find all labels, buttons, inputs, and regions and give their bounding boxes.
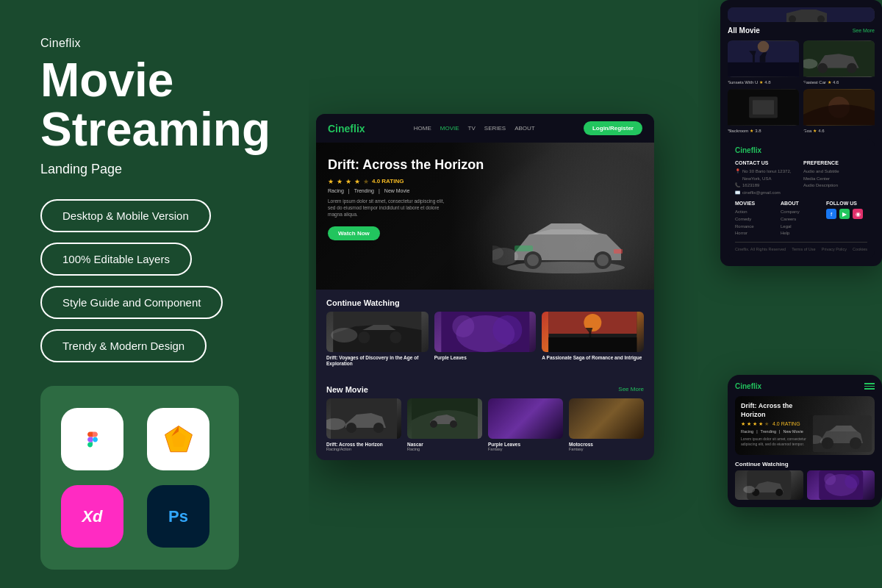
movie-2-name: Fastest Car [803, 80, 826, 85]
thumb-img-2 [434, 312, 537, 352]
privacy[interactable]: Privacy Policy [822, 247, 847, 251]
ps-label: Ps [168, 507, 188, 526]
movies-action: Action [735, 209, 776, 216]
star-2: ★ [337, 178, 343, 185]
about-company: Company [781, 209, 822, 216]
facebook-icon[interactable]: f [826, 209, 836, 219]
mobile-continue-title: Continue Watching [735, 461, 789, 467]
login-button[interactable]: Login/Register [584, 121, 642, 135]
hamburger-icon[interactable] [864, 383, 875, 390]
new-thumb-1: Drift: Across the Horizon Racing/Action [326, 398, 401, 451]
hero-content: Drift: Across the Horizon ★ ★ ★ ★ ★ 4.0 … [328, 157, 484, 240]
mobile-nav: Cineflix [735, 382, 875, 390]
movie-2-star: ★ [828, 79, 831, 85]
svg-point-27 [373, 423, 384, 433]
hero-car-graphic [492, 209, 639, 275]
new-thumb-genre-2: Racing [407, 447, 482, 451]
follow-title: FOLLOW US [826, 201, 867, 206]
feature-btn-1[interactable]: Desktop & Mobile Version [40, 199, 211, 232]
svg-point-50 [850, 437, 861, 449]
nav-tv[interactable]: TV [468, 125, 476, 132]
movie-grid: Sunsets With U ★ 4.8 Fastest Car [728, 40, 875, 133]
copyright: Cineflix. All Rights Reserved [735, 247, 786, 251]
new-thumb-genre-1: Racing/Action [326, 447, 401, 451]
contact-address: 📍 No 30 Bario lonut 12372, NewYork, USA [735, 168, 799, 182]
watch-now-button[interactable]: Watch Now [328, 226, 380, 240]
all-movie-mockup: All Movie See More Sunsets With [720, 0, 882, 266]
terms[interactable]: Terms of Use [792, 247, 815, 251]
svg-point-59 [845, 474, 859, 489]
new-thumb-title-4: Motocross [569, 442, 644, 447]
movie-2-info: Fastest Car ★ 4.6 [803, 79, 875, 85]
star-4: ★ [354, 178, 360, 185]
svg-point-15 [358, 331, 370, 343]
about-title: ABOUT [781, 201, 822, 206]
thumb-title-1: Drift: Voyages of Discovery in the Age o… [326, 355, 429, 368]
nav-series[interactable]: SERIES [484, 125, 506, 132]
movie-card-2: Fastest Car ★ 4.6 [803, 40, 875, 85]
svg-point-30 [430, 420, 437, 428]
footer-mockup: Cineflix CONTACT US 📍 No 30 Bario lonut … [728, 139, 875, 259]
m-star-1: ★ [741, 421, 745, 427]
mobile-mockup: Cineflix Drift: Across the Horizon ★ ★ ★… [728, 375, 882, 507]
pref-item-1: Audio and Subtitle [803, 168, 867, 176]
movie-1-info: Sunsets With U ★ 4.8 [728, 79, 799, 85]
all-movie-header: All Movie See More [728, 26, 875, 35]
thumb-card-1: Drift: Voyages of Discovery in the Age o… [326, 312, 429, 368]
movie-1-name: Sunsets With U [728, 80, 758, 85]
new-thumb-title-3: Purple Leaves [488, 442, 563, 447]
movie-3-info: Blackroom ★ 3.8 [728, 128, 799, 133]
continue-watching-header: Continue Watching [316, 290, 654, 312]
browser-mockup: Cineflix HOME MOVIE TV SERIES ABOUT Logi… [316, 114, 654, 460]
mobile-hero: Drift: Across the Horizon ★ ★ ★ ★ ★ 4.0 … [735, 396, 875, 455]
thumb-title-2: Purple Leaves [434, 355, 537, 361]
cookies[interactable]: Cookies [853, 247, 867, 251]
new-thumb-title-2: Nascar [407, 442, 482, 447]
footer-about: ABOUT Company Careers Legal Help [781, 201, 822, 237]
youtube-icon[interactable]: ▶ [839, 209, 850, 219]
feature-btn-3[interactable]: Style Guide and Component [40, 286, 223, 319]
feature-btn-2[interactable]: 100% Editable Layers [40, 243, 192, 276]
ham-line-3 [864, 388, 875, 390]
main-headline: Movie Streaming [40, 56, 268, 154]
feature-btn-4[interactable]: Trendy & Modern Design [40, 329, 207, 362]
continue-watching-title: Continue Watching [326, 298, 400, 307]
thumb-card-2: Purple Leaves [434, 312, 537, 368]
m-star-2: ★ [747, 421, 751, 427]
svg-rect-36 [728, 62, 799, 76]
new-movie-see-more[interactable]: See More [618, 386, 644, 392]
movies-title: MOVIES [735, 201, 776, 206]
instagram-icon[interactable]: ◉ [853, 209, 863, 219]
nav-about[interactable]: ABOUT [514, 125, 535, 132]
subtitle: Landing Page [40, 162, 268, 177]
all-movie-see-more[interactable]: See More [853, 28, 875, 33]
movie-thumb-2 [803, 40, 875, 77]
footer-bottom: Cineflix. All Rights Reserved Terms of U… [735, 242, 867, 251]
xd-label: Xd [82, 507, 102, 526]
hero-desc: Lorem ipsum dolor sit amet, consectetur … [328, 198, 445, 218]
headline-line2: Streaming [40, 103, 270, 156]
hero-tag-3: New Movie [384, 188, 410, 193]
ham-line-1 [864, 383, 875, 384]
movie-thumb-3 [728, 89, 799, 126]
thumb-title-3: A Passionate Saga of Romance and Intrigu… [542, 355, 644, 361]
nav-movie[interactable]: MOVIE [440, 125, 459, 132]
svg-point-58 [824, 473, 836, 485]
svg-point-37 [758, 41, 770, 53]
nav-home[interactable]: HOME [414, 125, 431, 132]
pref-item-2: Media Center [803, 176, 867, 183]
mobile-logo: Cineflix [735, 382, 761, 390]
new-thumb-title-1: Drift: Across the Horizon [326, 442, 401, 447]
hero-section: Drift: Across the Horizon ★ ★ ★ ★ ★ 4.0 … [316, 143, 654, 290]
nav-links: HOME MOVIE TV SERIES ABOUT [414, 125, 535, 132]
svg-point-16 [390, 331, 401, 343]
figma-tool-icon [61, 408, 123, 470]
movie-4-star: ★ [813, 128, 817, 133]
svg-point-49 [822, 437, 833, 449]
new-movie-title: New Movie [326, 385, 368, 394]
movies-comedy: Comedy [735, 216, 776, 223]
left-panel: Cineflix Movie Streaming Landing Page De… [0, 0, 309, 588]
footer-row3: MOVIES Action Comedy Romance Horror ABOU… [735, 201, 867, 237]
svg-point-9 [597, 254, 609, 266]
movies-horror: Horror [735, 230, 776, 237]
